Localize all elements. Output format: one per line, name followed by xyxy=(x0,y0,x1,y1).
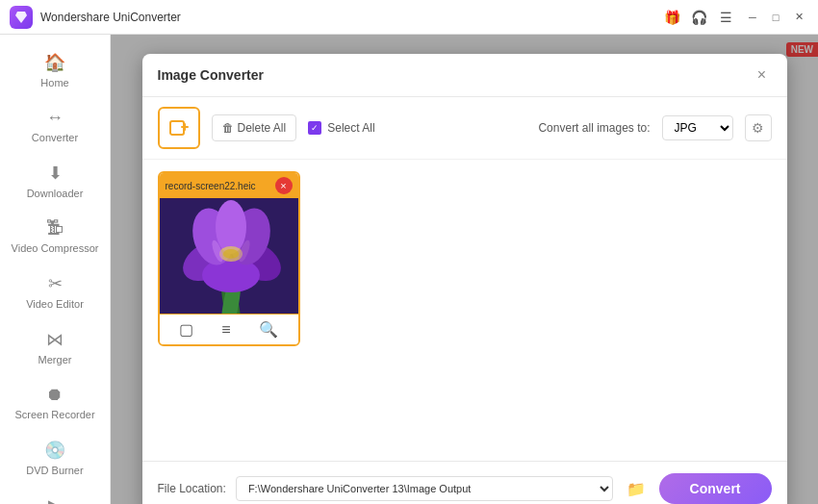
add-image-button[interactable] xyxy=(158,107,200,149)
svg-point-13 xyxy=(223,249,239,259)
menu-icon[interactable]: ☰ xyxy=(716,8,735,27)
sidebar-item-merger[interactable]: ⋈ Merger xyxy=(0,319,110,375)
sidebar-item-converter[interactable]: ↔ Converter xyxy=(0,98,110,153)
list-icon[interactable]: ≡ xyxy=(221,321,230,339)
modal-title: Image Converter xyxy=(158,67,264,83)
dvd-burner-icon: 💿 xyxy=(44,440,65,461)
sidebar-item-dvd-burner[interactable]: 💿 DVD Burner xyxy=(0,430,110,486)
main-content: NEW Image Converter × xyxy=(111,35,818,504)
sidebar-label-screen-recorder: Screen Recorder xyxy=(14,409,94,420)
select-all-checkbox[interactable]: ✓ Select All xyxy=(308,121,374,135)
sidebar-label-video-editor: Video Editor xyxy=(26,298,84,310)
select-all-label: Select All xyxy=(327,121,374,135)
title-bar: Wondershare UniConverter 🎁 🎧 ☰ ─ □ ✕ xyxy=(0,0,818,35)
app-logo xyxy=(10,6,33,29)
sidebar-label-video-compressor: Video Compressor xyxy=(12,242,99,254)
sidebar-item-player[interactable]: ▶ Player xyxy=(0,486,110,504)
gift-icon[interactable]: 🎁 xyxy=(662,8,681,27)
delete-all-label: Delete All xyxy=(238,121,287,135)
sidebar-label-dvd-burner: DVD Burner xyxy=(26,465,83,476)
svg-rect-0 xyxy=(170,121,184,135)
file-path-select[interactable]: F:\Wondershare UniConverter 13\Image Out… xyxy=(236,476,613,501)
modal-close-button[interactable]: × xyxy=(753,65,772,85)
video-editor-icon: ✂ xyxy=(48,273,63,294)
sidebar-label-converter: Converter xyxy=(32,132,78,143)
svg-point-11 xyxy=(216,200,246,254)
image-preview xyxy=(160,198,300,314)
maximize-button[interactable]: □ xyxy=(766,8,785,27)
headphone-icon[interactable]: 🎧 xyxy=(689,8,708,27)
open-folder-button[interactable]: 📁 xyxy=(623,475,650,502)
crop-icon[interactable]: ▢ xyxy=(179,320,193,339)
screen-recorder-icon: ⏺ xyxy=(46,385,64,405)
modal-toolbar: 🗑 Delete All ✓ Select All Convert all im… xyxy=(142,97,787,160)
sidebar-item-home[interactable]: 🏠 Home xyxy=(0,42,110,98)
downloader-icon: ⬇ xyxy=(48,163,63,184)
title-bar-icons: 🎁 🎧 ☰ xyxy=(662,8,735,27)
home-icon: 🏠 xyxy=(44,52,65,73)
file-location-label: File Location: xyxy=(158,482,226,495)
image-filename: record-screen22.heic xyxy=(166,181,256,191)
modal-footer: File Location: F:\Wondershare UniConvert… xyxy=(142,461,787,504)
checkbox-icon: ✓ xyxy=(308,121,321,135)
modal-header: Image Converter × xyxy=(142,54,787,97)
window-controls: ─ □ ✕ xyxy=(743,8,808,27)
sidebar-item-video-compressor[interactable]: 🗜 Video Compressor xyxy=(0,209,110,264)
image-card: record-screen22.heic × xyxy=(158,171,300,346)
sidebar-label-downloader: Downloader xyxy=(27,188,84,199)
sidebar-item-screen-recorder[interactable]: ⏺ Screen Recorder xyxy=(0,375,110,430)
format-select[interactable]: JPG PNG BMP WEBP TIFF xyxy=(662,115,733,140)
format-settings-button[interactable]: ⚙ xyxy=(745,114,772,141)
zoom-icon[interactable]: 🔍 xyxy=(259,320,278,339)
convert-button[interactable]: Convert xyxy=(659,473,772,504)
minimize-button[interactable]: ─ xyxy=(743,8,762,27)
delete-all-button[interactable]: 🗑 Delete All xyxy=(212,114,297,141)
close-button[interactable]: ✕ xyxy=(789,8,808,27)
sidebar-item-downloader[interactable]: ⬇ Downloader xyxy=(0,153,110,209)
modal-overlay: Image Converter × 🗑 xyxy=(111,35,818,504)
app-window: Wondershare UniConverter 🎁 🎧 ☰ ─ □ ✕ 🏠 H… xyxy=(0,0,818,504)
app-body: 🏠 Home ↔ Converter ⬇ Downloader 🗜 Video … xyxy=(0,35,818,504)
sidebar-label-home: Home xyxy=(40,77,68,88)
image-card-footer: ▢ ≡ 🔍 xyxy=(160,314,298,344)
convert-all-label: Convert all images to: xyxy=(538,121,650,135)
sidebar-label-merger: Merger xyxy=(38,354,72,365)
sidebar-item-video-editor[interactable]: ✂ Video Editor xyxy=(0,264,110,319)
modal-body: record-screen22.heic × xyxy=(142,160,787,461)
image-card-header: record-screen22.heic × xyxy=(160,173,298,198)
converter-icon: ↔ xyxy=(46,108,64,128)
player-icon: ▶ xyxy=(48,495,62,504)
sidebar: 🏠 Home ↔ Converter ⬇ Downloader 🗜 Video … xyxy=(0,35,111,504)
merger-icon: ⋈ xyxy=(46,329,64,350)
image-card-close-button[interactable]: × xyxy=(275,177,293,194)
app-title: Wondershare UniConverter xyxy=(40,11,662,24)
video-compressor-icon: 🗜 xyxy=(46,218,64,239)
trash-icon: 🗑 xyxy=(222,121,234,135)
image-converter-modal: Image Converter × 🗑 xyxy=(142,54,787,504)
